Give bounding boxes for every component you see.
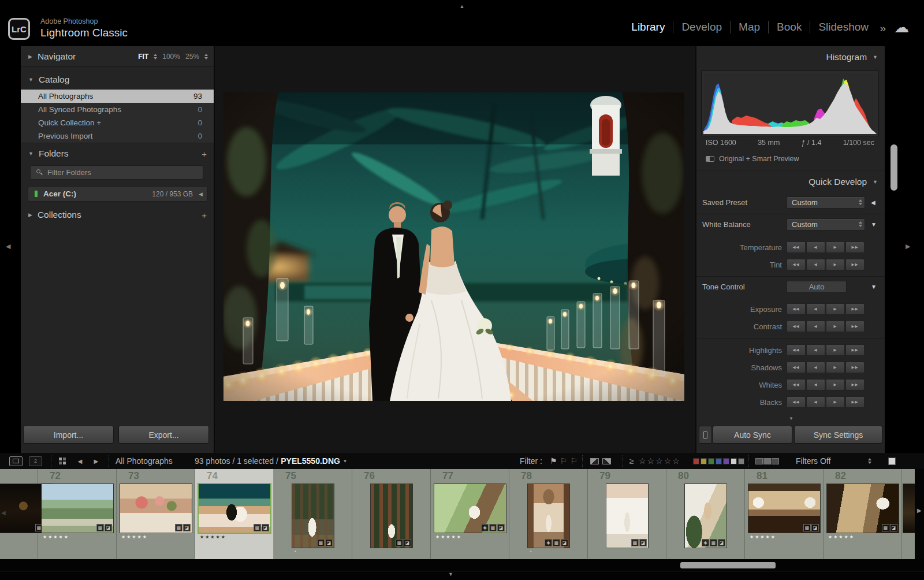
white-balance-select[interactable]: Custom <box>787 218 865 230</box>
auto-tone-button[interactable]: Auto <box>787 281 847 293</box>
primary-display-button[interactable] <box>9 456 23 466</box>
crop-badge-icon[interactable]: ◪ <box>561 539 568 546</box>
temperature-decrease-large-button[interactable]: ◀◀ <box>787 241 806 253</box>
filmstrip-scroll-right-icon[interactable]: ▶ <box>917 507 922 514</box>
rating-star-icon[interactable]: ☆ <box>672 456 681 466</box>
temperature-increase-button[interactable]: ▶ <box>826 241 845 253</box>
filters-dropdown[interactable]: Filters Off <box>796 456 830 466</box>
filmstrip-cell-78[interactable]: 78◈▦◪▪ <box>509 469 588 559</box>
photo-thumbnail[interactable]: ▦◪ <box>42 484 113 533</box>
quick-develop-header[interactable]: Quick Develop ▼ <box>696 174 885 189</box>
filmstrip-cell-72[interactable]: 72▦◪★★★★★ <box>38 469 117 559</box>
filmstrip-cell-80[interactable]: 80◈▦◪ <box>666 469 745 559</box>
zoom-25-button[interactable]: 25% <box>185 53 199 61</box>
collections-header[interactable]: ▶ Collections + <box>21 207 214 223</box>
collection-badge-icon[interactable]: ▦ <box>254 524 261 531</box>
flag-rejected-icon[interactable]: ⚐ <box>570 456 578 466</box>
filmstrip-cell-74[interactable]: 74▦◪★★★★★ <box>195 469 274 559</box>
catalog-item-all-synced-photographs[interactable]: All Synced Photographs0 <box>21 103 214 116</box>
collection-badge-icon[interactable]: ▦ <box>396 539 403 546</box>
add-folder-icon[interactable]: + <box>202 149 207 159</box>
zoom-spinner-icon[interactable] <box>154 54 157 60</box>
photo-thumbnail[interactable]: ◈▦◪ <box>434 484 506 533</box>
zoom-spinner-icon-2[interactable] <box>204 54 208 60</box>
catalog-header[interactable]: ▼ Catalog <box>21 72 214 88</box>
highlights-decrease-button[interactable]: ◀ <box>806 344 825 356</box>
tint-decrease-large-button[interactable]: ◀◀ <box>787 259 806 270</box>
photo-thumbnail[interactable]: ▦◪ <box>748 484 820 533</box>
expand-right-panel-icon[interactable]: ▶ <box>906 243 910 250</box>
collection-badge-icon[interactable]: ▦ <box>317 539 325 546</box>
add-collection-icon[interactable]: + <box>202 210 207 220</box>
zoom-fit-button[interactable]: FIT <box>138 53 148 61</box>
photo-thumbnail[interactable]: ▦◪ <box>120 484 192 533</box>
histogram-plot[interactable] <box>701 70 879 136</box>
smart-preview-status[interactable]: Original + Smart Preview <box>706 155 799 163</box>
filmstrip-cell-76[interactable]: 76▦◪ <box>352 469 431 559</box>
collection-badge-icon[interactable]: ▦ <box>710 539 717 546</box>
whites-decrease-large-button[interactable]: ◀◀ <box>787 379 806 391</box>
navigator-header[interactable]: ▶ Navigator FIT 100% 25% <box>21 46 214 67</box>
collection-badge-icon[interactable]: ▦ <box>882 524 889 531</box>
photo-thumbnail[interactable]: ▦◪ <box>292 484 334 548</box>
collapse-left-panel-icon[interactable]: ◀ <box>6 243 10 250</box>
collection-badge-icon[interactable]: ▦ <box>553 539 560 546</box>
collection-badge-icon[interactable]: ▦ <box>175 524 182 531</box>
rating-star-icon[interactable]: ☆ <box>664 456 673 466</box>
filter-folders-input[interactable]: Filter Folders <box>30 165 203 180</box>
module-tab-slideshow[interactable]: Slideshow <box>818 21 869 34</box>
photo-thumbnail[interactable]: ▦◪ <box>827 484 899 533</box>
folders-header[interactable]: ▼ Folders + <box>21 146 214 162</box>
color-label-swatch-0[interactable] <box>693 458 699 464</box>
flag-picked-icon[interactable]: ⚑ <box>550 456 557 466</box>
panel-scroll-down-icon[interactable]: ▼ <box>789 416 793 421</box>
white-balance-expand-icon[interactable]: ▼ <box>871 221 877 228</box>
cloud-sync-icon[interactable]: ☁ <box>894 18 909 36</box>
filmstrip-cell-77[interactable]: 77◈▦◪★★★★★ <box>431 469 509 559</box>
export-button[interactable]: Export... <box>118 426 209 444</box>
crop-badge-icon[interactable]: ◪ <box>639 539 647 546</box>
shadows-decrease-button[interactable]: ◀ <box>806 362 825 373</box>
crop-badge-icon[interactable]: ◪ <box>497 524 505 531</box>
shadows-increase-button[interactable]: ▶ <box>826 362 845 373</box>
color-label-swatch-1[interactable] <box>701 458 707 464</box>
temperature-decrease-button[interactable]: ◀ <box>806 241 825 253</box>
collection-badge-icon[interactable]: ▦ <box>803 524 811 531</box>
tag-badge-icon[interactable]: ◈ <box>481 524 489 531</box>
import-button[interactable]: Import... <box>23 426 114 444</box>
hide-filmstrip-icon[interactable]: ▼ <box>448 571 453 577</box>
crop-badge-icon[interactable]: ◪ <box>404 539 411 546</box>
filmstrip-cell-79[interactable]: 79▦◪ <box>588 469 666 559</box>
filmstrip-scrollbar[interactable] <box>680 562 776 568</box>
shadows-increase-large-button[interactable]: ▶▶ <box>845 362 865 373</box>
color-label-swatch-2[interactable] <box>708 458 714 464</box>
crop-badge-icon[interactable]: ◪ <box>811 524 819 531</box>
crop-badge-icon[interactable]: ◪ <box>325 539 333 546</box>
filmstrip-cell-82[interactable]: 82▦◪★★★★★ <box>824 469 902 559</box>
filters-spinner-icon[interactable] <box>868 458 871 464</box>
sync-settings-button[interactable]: Sync Settings <box>794 426 882 444</box>
exposure-increase-large-button[interactable]: ▶▶ <box>845 303 865 315</box>
grid-view-icon[interactable] <box>59 458 66 464</box>
shadows-decrease-large-button[interactable]: ◀◀ <box>787 362 806 373</box>
photo-thumbnail[interactable]: ▦◪ <box>199 484 270 533</box>
contrast-decrease-large-button[interactable]: ◀◀ <box>787 321 806 332</box>
rating-star-icon[interactable]: ☆ <box>647 456 656 466</box>
collection-badge-icon[interactable]: ▦ <box>96 524 104 531</box>
whites-decrease-button[interactable]: ◀ <box>806 379 825 391</box>
catalog-item-all-photographs[interactable]: All Photographs93 <box>21 90 214 103</box>
contrast-increase-large-button[interactable]: ▶▶ <box>845 321 865 332</box>
crop-badge-icon[interactable]: ◪ <box>262 524 269 531</box>
thumbnail-filter-icon[interactable] <box>755 458 779 464</box>
whites-increase-button[interactable]: ▶ <box>826 379 845 391</box>
auto-sync-button[interactable]: Auto Sync <box>713 426 792 444</box>
histogram-header[interactable]: Histogram ▼ <box>696 50 885 65</box>
next-photo-icon[interactable]: ► <box>92 457 100 466</box>
zoom-100-button[interactable]: 100% <box>162 53 180 61</box>
photo-thumbnail[interactable]: ◈▦◪ <box>685 484 726 548</box>
right-panel-scrollbar[interactable] <box>891 144 897 191</box>
color-label-swatch-4[interactable] <box>723 458 729 464</box>
temperature-increase-large-button[interactable]: ▶▶ <box>845 241 865 253</box>
exposure-decrease-large-button[interactable]: ◀◀ <box>787 303 806 315</box>
collection-badge-icon[interactable]: ▦ <box>489 524 497 531</box>
